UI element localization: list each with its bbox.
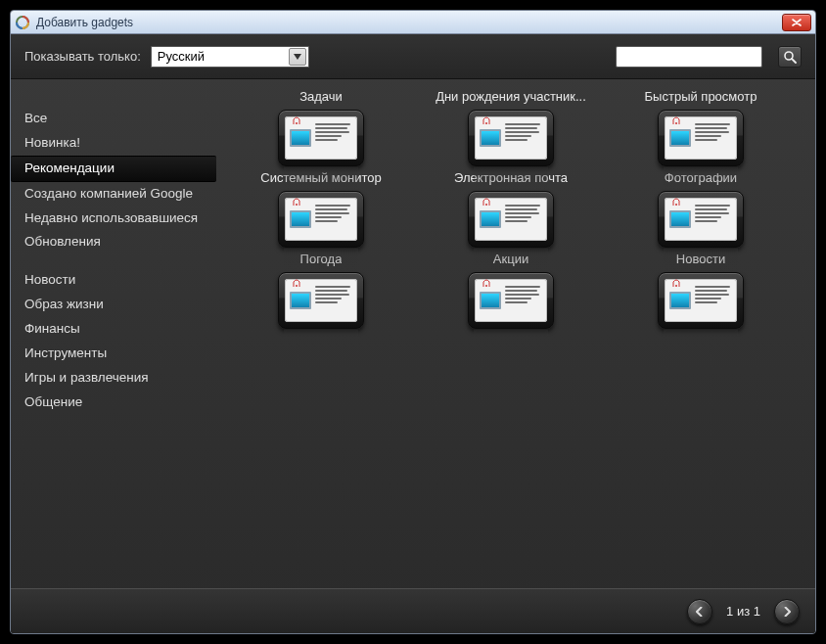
sidebar-item-label: Все — [24, 111, 47, 125]
gadget-title: Электронная почта — [454, 170, 568, 185]
filter-toolbar: Показывать только: Русский — [11, 34, 815, 79]
page-indicator: 1 из 1 — [726, 604, 760, 619]
gadget-title: Системный монитор — [260, 170, 381, 185]
gadget-thumbnail — [468, 272, 554, 329]
sidebar-item-updates[interactable]: Обновления — [11, 230, 226, 254]
gadget-grid: ЗадачиДни рождения участник...Быстрый пр… — [226, 79, 815, 588]
svg-point-5 — [675, 122, 677, 124]
svg-point-4 — [485, 122, 487, 124]
sidebar-item-label: Новости — [24, 272, 75, 287]
sidebar-item-lifestyle[interactable]: Образ жизни — [11, 293, 226, 317]
sidebar-item-recent[interactable]: Недавно использовавшиеся — [11, 207, 226, 231]
add-gadgets-window: Добавить gadgets Показывать только: Русс… — [10, 10, 816, 634]
chevron-right-icon — [783, 607, 791, 617]
sidebar-item-label: Инструменты — [24, 345, 107, 360]
window-title: Добавить gadgets — [36, 16, 133, 29]
svg-point-7 — [485, 204, 487, 206]
gadget-thumbnail — [278, 272, 364, 329]
filter-label: Показывать только: — [24, 49, 141, 64]
sidebar-item-recom[interactable]: Рекомендации — [11, 156, 216, 182]
gadget-photos[interactable]: Фотографии — [608, 170, 794, 248]
sidebar-gap — [11, 254, 226, 268]
gadget-title: Новости — [676, 252, 725, 266]
sidebar-item-label: Общение — [24, 394, 82, 409]
app-icon — [15, 15, 30, 30]
svg-point-10 — [485, 285, 487, 287]
sidebar-item-new[interactable]: Новинка! — [11, 131, 226, 156]
gadget-thumbnail — [278, 110, 364, 166]
svg-point-3 — [296, 122, 298, 124]
sidebar-item-tools[interactable]: Инструменты — [11, 342, 226, 366]
sidebar-item-news[interactable]: Новости — [11, 268, 226, 293]
gadget-thumbnail — [468, 110, 554, 166]
category-sidebar: ВсеНовинка!РекомендацииСоздано компанией… — [11, 79, 226, 588]
svg-point-6 — [296, 204, 298, 206]
gadget-title: Дни рождения участник... — [436, 89, 586, 104]
svg-line-2 — [792, 59, 796, 63]
language-select[interactable]: Русский — [151, 46, 309, 68]
chevron-left-icon — [696, 607, 704, 617]
gadget-tasks[interactable]: Задачи — [228, 89, 414, 166]
sidebar-item-label: Создано компанией Google — [24, 186, 193, 201]
gadget-stocks[interactable]: Акции — [418, 252, 604, 329]
sidebar-item-social[interactable]: Общение — [11, 391, 226, 415]
search-button[interactable] — [778, 46, 802, 68]
sidebar-item-games[interactable]: Игры и развлечения — [11, 366, 226, 391]
search-input-wrap — [616, 46, 762, 68]
gadget-weather[interactable]: Погода — [228, 252, 414, 329]
language-select-value: Русский — [158, 49, 289, 64]
gadget-sysmon[interactable]: Системный монитор — [228, 170, 414, 248]
gadget-quickview[interactable]: Быстрый просмотр — [608, 89, 794, 166]
footer: 1 из 1 — [11, 588, 815, 633]
gadget-title: Акции — [493, 252, 528, 266]
sidebar-item-all[interactable]: Все — [11, 107, 226, 131]
gadget-thumbnail — [658, 191, 744, 248]
gadget-title: Фотографии — [665, 170, 737, 185]
sidebar-item-label: Образ жизни — [24, 297, 104, 311]
gadget-title: Погода — [300, 252, 343, 266]
gadget-thumbnail — [658, 110, 744, 166]
sidebar-item-label: Недавно использовавшиеся — [24, 210, 198, 225]
gadget-thumbnail — [278, 191, 364, 248]
gadget-email[interactable]: Электронная почта — [418, 170, 604, 248]
svg-point-8 — [675, 204, 677, 206]
gadget-birthdays[interactable]: Дни рождения участник... — [418, 89, 604, 166]
svg-point-9 — [296, 285, 298, 287]
prev-page-button[interactable] — [687, 599, 712, 624]
close-button[interactable] — [782, 14, 811, 31]
next-page-button[interactable] — [774, 599, 800, 624]
gadget-thumbnail — [468, 191, 554, 248]
gadget-title: Задачи — [299, 89, 343, 104]
sidebar-item-label: Игры и развлечения — [24, 370, 149, 385]
gadget-thumbnail — [658, 272, 744, 329]
sidebar-item-label: Финансы — [24, 321, 80, 336]
gadget-news2[interactable]: Новости — [608, 252, 794, 329]
svg-point-11 — [675, 285, 677, 287]
search-input[interactable] — [617, 47, 761, 67]
search-icon — [783, 50, 797, 64]
sidebar-item-label: Рекомендации — [24, 161, 115, 175]
dropdown-arrow-icon — [289, 48, 306, 66]
gadget-title: Быстрый просмотр — [645, 89, 757, 104]
sidebar-item-label: Новинка! — [24, 135, 80, 150]
sidebar-item-google[interactable]: Создано компанией Google — [11, 182, 226, 207]
sidebar-item-finance[interactable]: Финансы — [11, 317, 226, 342]
sidebar-item-label: Обновления — [24, 234, 101, 249]
titlebar: Добавить gadgets — [11, 11, 815, 34]
